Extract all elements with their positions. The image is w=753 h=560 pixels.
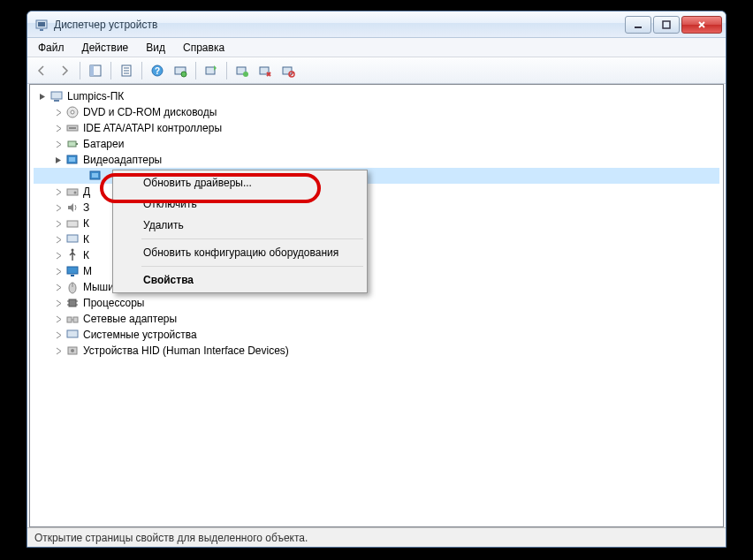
close-button[interactable] <box>681 16 722 34</box>
svg-point-25 <box>71 110 74 114</box>
expander-icon[interactable] <box>37 91 48 102</box>
svg-rect-53 <box>67 330 78 337</box>
expander-icon[interactable] <box>53 298 64 308</box>
nav-back-button[interactable] <box>31 60 52 81</box>
tree-label: DVD и CD-ROM дисководы <box>83 106 217 118</box>
tree-label: М <box>83 265 92 277</box>
svg-rect-4 <box>663 21 670 28</box>
tree-label: Lumpics-ПК <box>67 90 124 102</box>
tree-item[interactable]: Процессоры <box>34 295 719 311</box>
expander-icon[interactable] <box>53 202 64 213</box>
ctx-properties[interactable]: Свойства <box>115 269 365 291</box>
svg-rect-29 <box>76 143 78 145</box>
tree-item[interactable]: Батареи <box>34 136 719 152</box>
tree-item[interactable]: IDE ATA/ATAPI контроллеры <box>34 120 719 136</box>
titlebar[interactable]: Диспетчер устройств <box>27 11 726 38</box>
svg-rect-41 <box>67 267 78 274</box>
svg-rect-23 <box>54 100 59 102</box>
toolbar-separator <box>141 62 142 79</box>
audio-icon <box>65 201 80 215</box>
expander-icon[interactable] <box>53 345 64 356</box>
svg-rect-28 <box>68 141 76 147</box>
svg-rect-39 <box>67 235 78 242</box>
expander-icon[interactable] <box>53 218 64 229</box>
system-icon <box>65 328 80 342</box>
expander-icon[interactable] <box>53 266 64 276</box>
expander-icon[interactable] <box>53 329 64 340</box>
monitor-icon <box>65 264 80 278</box>
expander-icon[interactable] <box>53 107 64 117</box>
tree-label: Процессоры <box>83 297 145 309</box>
ctx-separator <box>141 238 363 239</box>
expander-icon[interactable] <box>53 123 64 133</box>
menu-help[interactable]: Справка <box>174 40 233 56</box>
ctx-disable[interactable]: Отключить <box>115 193 365 215</box>
menu-view[interactable]: Вид <box>137 40 174 56</box>
tree-item[interactable]: DVD и CD-ROM дисководы <box>34 104 719 120</box>
svg-rect-22 <box>51 92 62 99</box>
svg-rect-33 <box>92 173 98 178</box>
tree-item-video[interactable]: Видеоадаптеры <box>34 152 719 168</box>
scan-hardware-button[interactable] <box>170 60 191 81</box>
device-manager-window: Диспетчер устройств Файл Действие Вид Сп… <box>27 11 726 548</box>
keyboard-icon <box>65 216 80 231</box>
battery-icon <box>65 137 80 151</box>
tree-item[interactable]: Сетевые адаптеры <box>34 311 719 327</box>
window-title: Диспетчер устройств <box>54 19 625 31</box>
svg-rect-51 <box>73 317 78 322</box>
ctx-separator <box>141 266 363 267</box>
menu-action[interactable]: Действие <box>73 40 138 56</box>
tree-item[interactable]: Системные устройства <box>34 327 719 343</box>
expander-icon[interactable] <box>53 186 64 197</box>
svg-point-14 <box>181 72 186 77</box>
tree-root[interactable]: Lumpics-ПК <box>34 88 719 104</box>
tree-item[interactable]: Устройства HID (Human Interface Devices) <box>34 343 719 359</box>
tree-label: Сетевые адаптеры <box>83 313 177 325</box>
svg-text:?: ? <box>155 66 160 76</box>
svg-point-35 <box>74 192 77 194</box>
expander-icon[interactable] <box>53 155 64 165</box>
cpu-icon <box>65 296 80 310</box>
maximize-button[interactable] <box>653 16 680 34</box>
svg-rect-6 <box>90 65 94 76</box>
disk-icon <box>65 185 80 199</box>
svg-point-55 <box>71 349 74 352</box>
uninstall-button[interactable] <box>255 60 276 81</box>
tree-label: К <box>83 233 89 246</box>
computer-icon <box>49 89 64 103</box>
enable-button[interactable] <box>232 60 253 81</box>
properties-button[interactable] <box>116 60 137 81</box>
expander-icon[interactable] <box>53 250 64 261</box>
ctx-update-drivers[interactable]: Обновить драйверы... <box>115 172 365 193</box>
toolbar-separator <box>110 62 111 79</box>
help-button[interactable]: ? <box>147 60 168 81</box>
ctx-refresh-config[interactable]: Обновить конфигурацию оборудования <box>115 242 365 263</box>
app-icon <box>34 18 49 32</box>
hid-icon <box>65 344 80 358</box>
tree-label: К <box>83 249 89 261</box>
nav-forward-button[interactable] <box>54 60 75 81</box>
minimize-button[interactable] <box>625 16 651 34</box>
dvd-icon <box>65 105 80 119</box>
expander-icon[interactable] <box>53 282 64 292</box>
show-hide-tree-button[interactable] <box>85 60 106 81</box>
display-adapter-icon <box>65 153 80 167</box>
menu-file[interactable]: Файл <box>29 40 73 56</box>
ctx-delete[interactable]: Удалить <box>115 215 365 236</box>
expander-icon[interactable] <box>53 314 64 324</box>
toolbar-separator <box>226 62 227 79</box>
expander-icon[interactable] <box>53 139 64 149</box>
network-icon <box>65 312 80 326</box>
svg-rect-36 <box>67 221 78 227</box>
tree-label: Системные устройства <box>83 329 197 341</box>
window-buttons <box>625 16 722 34</box>
tree-label: К <box>83 217 89 230</box>
disable-button[interactable] <box>278 60 299 81</box>
computer-icon <box>65 232 80 246</box>
mouse-icon <box>65 280 80 294</box>
device-tree[interactable]: Lumpics-ПК DVD и CD-ROM дисководы IDE AT… <box>29 84 724 527</box>
usb-icon <box>65 248 80 262</box>
expander-icon[interactable] <box>53 234 64 245</box>
update-driver-button[interactable] <box>201 60 222 81</box>
toolbar-separator <box>195 62 196 79</box>
